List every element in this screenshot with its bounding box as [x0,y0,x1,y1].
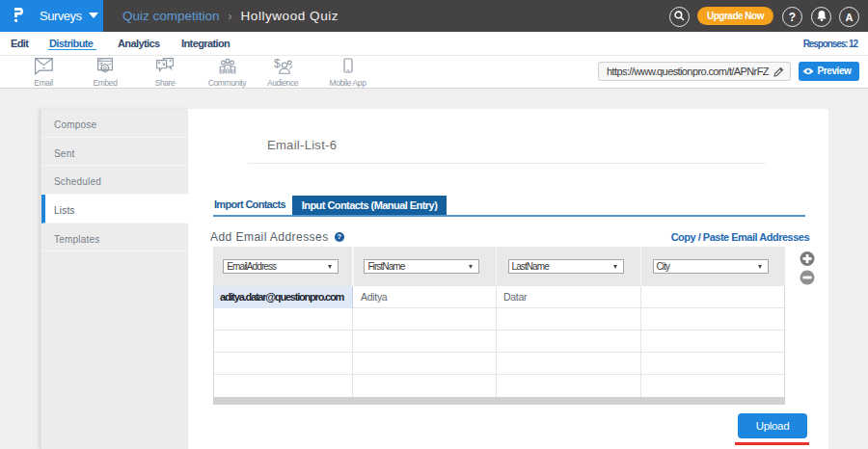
svg-text:$: $ [274,58,281,70]
